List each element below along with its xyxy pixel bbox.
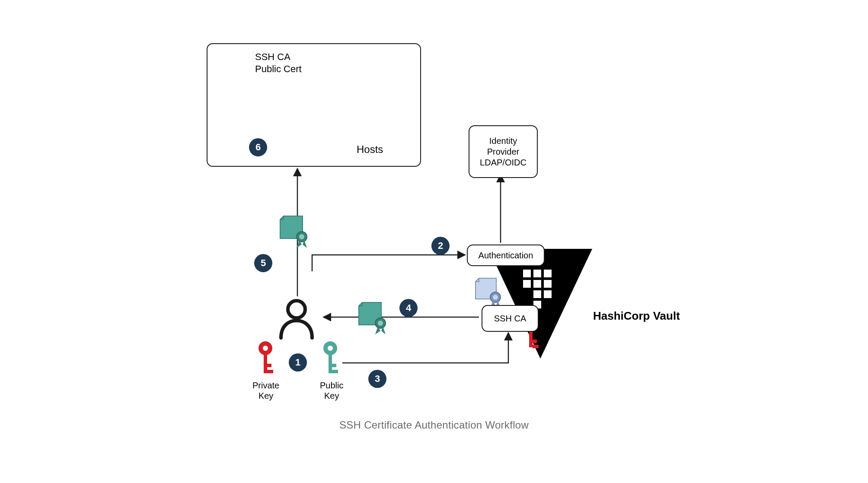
diagram-canvas: Hosts SSH CA Public Cert Identity Provid…	[0, 0, 868, 483]
text: Identity	[489, 136, 517, 146]
certificate-icon	[280, 216, 307, 248]
svg-rect-18	[533, 280, 541, 288]
key-icon	[258, 341, 273, 373]
key-icon	[323, 341, 338, 373]
svg-rect-29	[533, 345, 539, 348]
text: SSH CA	[494, 314, 526, 324]
text: Authentication	[479, 251, 533, 261]
certificate-icon	[359, 302, 386, 334]
authentication-box: Authentication	[467, 245, 545, 266]
text: LDAP/OIDC	[480, 157, 527, 168]
text: SSH CA	[255, 51, 290, 62]
svg-rect-16	[544, 270, 552, 277]
svg-rect-19	[544, 280, 552, 288]
svg-rect-39	[267, 370, 273, 373]
svg-point-24	[493, 295, 498, 300]
svg-point-41	[328, 346, 333, 351]
text: Public Cert	[255, 64, 302, 74]
text: Key	[324, 391, 339, 400]
svg-rect-28	[533, 340, 537, 343]
svg-rect-27	[529, 330, 533, 347]
svg-point-33	[378, 321, 383, 326]
user-icon	[281, 301, 312, 338]
ssh-ca-box: SSH CA	[482, 305, 539, 332]
svg-rect-43	[332, 364, 336, 367]
text: Public	[320, 381, 343, 390]
public-key-label: Public Key	[320, 380, 343, 401]
step-badge-4: 4	[399, 299, 418, 317]
vault-label: HashiCorp Vault	[593, 309, 680, 323]
text: Private	[252, 381, 279, 390]
svg-point-36	[263, 346, 268, 351]
svg-rect-38	[267, 364, 271, 367]
step-badge-3: 3	[368, 370, 386, 388]
svg-rect-44	[332, 370, 338, 373]
arrow-user-to-auth	[312, 255, 465, 271]
text: Provider	[487, 146, 519, 157]
arrow-pubkey-to-sshca	[342, 333, 508, 363]
svg-rect-21	[544, 290, 552, 298]
step-badge-5: 5	[254, 254, 272, 272]
svg-rect-37	[264, 354, 267, 373]
certificate-icon	[475, 278, 501, 308]
svg-rect-42	[329, 354, 332, 373]
svg-rect-20	[533, 290, 541, 298]
step-badge-1: 1	[289, 353, 307, 372]
hosts-box	[207, 43, 421, 167]
svg-point-34	[288, 301, 305, 318]
step-badge-2: 2	[431, 237, 450, 255]
text: Key	[258, 391, 273, 400]
hosts-label: Hosts	[357, 143, 383, 156]
step-badge-6: 6	[249, 138, 267, 156]
ssh-ca-public-cert-label: SSH CA Public Cert	[255, 51, 302, 75]
private-key-label: Private Key	[252, 380, 279, 401]
svg-rect-17	[523, 280, 531, 288]
svg-rect-14	[523, 270, 531, 277]
svg-point-31	[299, 234, 304, 239]
svg-rect-15	[533, 270, 541, 277]
diagram-caption: SSH Certificate Authentication Workflow	[339, 419, 529, 431]
identity-provider-box: Identity Provider LDAP/OIDC	[469, 125, 538, 178]
